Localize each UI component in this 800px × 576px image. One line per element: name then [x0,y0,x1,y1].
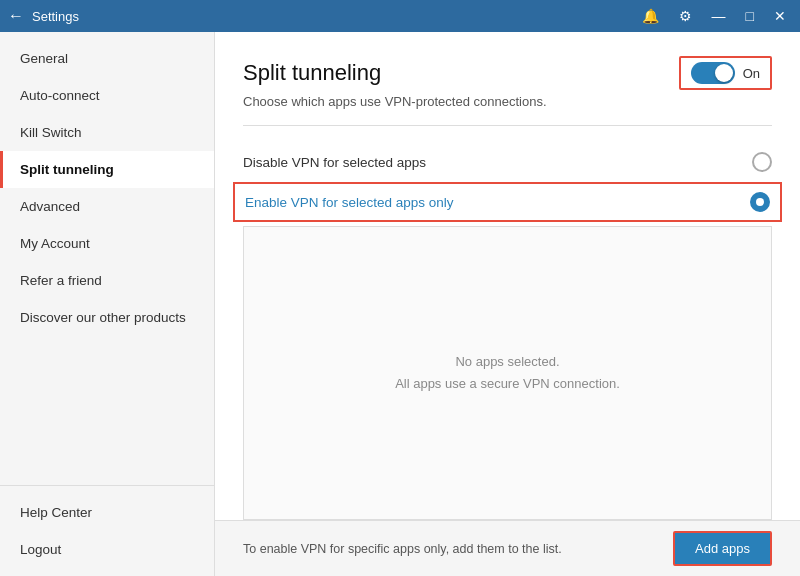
bottom-bar-text: To enable VPN for specific apps only, ad… [243,542,657,556]
titlebar-icons: 🔔 ⚙ — □ ✕ [636,6,792,26]
apps-empty-line1: No apps selected. [395,351,620,373]
sidebar-item-logout[interactable]: Logout [0,531,214,568]
back-button[interactable]: ← [8,7,24,25]
radio-disable-vpn-label: Disable VPN for selected apps [243,155,426,170]
toggle-container: On [679,56,772,90]
maximize-button[interactable]: □ [740,6,760,26]
apps-empty-line2: All apps use a secure VPN connection. [395,373,620,395]
section-divider [243,125,772,126]
radio-enable-vpn-only[interactable]: Enable VPN for selected apps only [233,182,782,222]
page-title: Split tunneling [243,60,381,86]
titlebar-title: Settings [32,9,636,24]
radio-enable-vpn-only-circle [750,192,770,212]
sidebar-item-my-account[interactable]: My Account [0,225,214,262]
apps-empty-message: No apps selected. All apps use a secure … [395,351,620,395]
toggle-label: On [743,66,760,81]
sidebar-item-auto-connect[interactable]: Auto-connect [0,77,214,114]
split-tunneling-toggle[interactable] [691,62,735,84]
sidebar-item-refer-a-friend[interactable]: Refer a friend [0,262,214,299]
sidebar-item-kill-switch[interactable]: Kill Switch [0,114,214,151]
sidebar: General Auto-connect Kill Switch Split t… [0,32,215,576]
sidebar-item-general[interactable]: General [0,40,214,77]
page-subtitle: Choose which apps use VPN-protected conn… [243,94,772,109]
content-area: Split tunneling On Choose which apps use… [215,32,800,520]
close-button[interactable]: ✕ [768,6,792,26]
radio-disable-vpn-circle [752,152,772,172]
sidebar-item-discover-products[interactable]: Discover our other products [0,299,214,336]
sidebar-nav: General Auto-connect Kill Switch Split t… [0,32,214,485]
radio-disable-vpn[interactable]: Disable VPN for selected apps [243,142,772,182]
radio-enable-vpn-only-label: Enable VPN for selected apps only [245,195,454,210]
bottom-bar: To enable VPN for specific apps only, ad… [215,520,800,576]
notification-icon[interactable]: 🔔 [636,6,665,26]
minimize-button[interactable]: — [706,6,732,26]
page-header: Split tunneling On [243,56,772,90]
sidebar-item-advanced[interactable]: Advanced [0,188,214,225]
settings-icon[interactable]: ⚙ [673,6,698,26]
apps-panel: No apps selected. All apps use a secure … [243,226,772,520]
sidebar-item-split-tunneling[interactable]: Split tunneling [0,151,214,188]
app-body: General Auto-connect Kill Switch Split t… [0,32,800,576]
main-content: Split tunneling On Choose which apps use… [215,32,800,576]
sidebar-item-help-center[interactable]: Help Center [0,494,214,531]
add-apps-button[interactable]: Add apps [673,531,772,566]
titlebar: ← Settings 🔔 ⚙ — □ ✕ [0,0,800,32]
sidebar-bottom: Help Center Logout [0,485,214,576]
